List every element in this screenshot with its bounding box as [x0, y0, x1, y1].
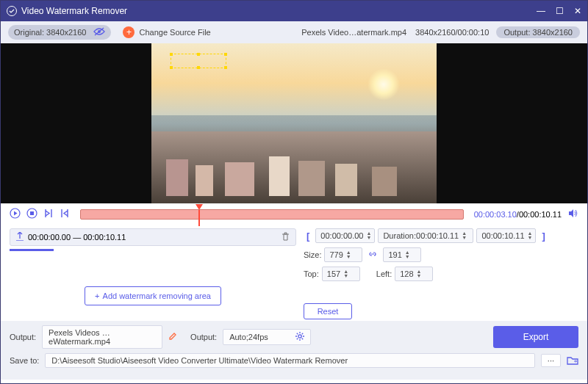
video-preview[interactable]: [1, 43, 587, 203]
mark-out-button[interactable]: [60, 208, 70, 221]
edit-filename-icon[interactable]: [168, 332, 177, 342]
left-input[interactable]: 128▲▼: [395, 267, 433, 281]
top-label: Top:: [304, 269, 319, 278]
svg-rect-4: [30, 211, 34, 215]
bottom-panel: Output: Pexels Videos …eWatermark.mp4 Ou…: [1, 321, 587, 380]
watermark-selection-box[interactable]: [171, 54, 226, 68]
size-label: Size:: [304, 250, 321, 259]
app-window: Video Watermark Remover — ☐ ✕ Original: …: [0, 0, 588, 384]
play-button[interactable]: [10, 208, 21, 221]
duration-input[interactable]: Duration:00:00:10.11▲▼: [378, 228, 473, 243]
resize-handle-bm[interactable]: [197, 66, 200, 69]
svg-point-5: [298, 335, 301, 338]
maximize-button[interactable]: ☐: [556, 6, 564, 16]
width-input[interactable]: 779▲▼: [324, 247, 362, 262]
playback-controls: 00:00:03.10/00:00:10.11: [1, 203, 587, 225]
output-format-label: Output:: [190, 333, 217, 341]
add-watermark-area-button[interactable]: +Add watermark removing area: [85, 286, 221, 305]
change-source-button[interactable]: Change Source File: [139, 28, 210, 37]
plus-icon: +: [95, 291, 99, 300]
segment-range: 00:00:00.00 — 00:00:10.11: [28, 233, 126, 242]
properties-panel: [ 00:00:00.00▲▼ Duration:00:00:10.11▲▼ 0…: [304, 228, 578, 319]
stop-button[interactable]: [26, 208, 37, 221]
range-end-bracket-icon[interactable]: ]: [539, 231, 548, 242]
height-input[interactable]: 191▲▼: [383, 247, 421, 262]
output-filename-field[interactable]: Pexels Videos …eWatermark.mp4: [42, 325, 162, 349]
source-filename: Pexels Video…atermark.mp4: [301, 28, 406, 37]
browse-path-button[interactable]: ···: [541, 354, 561, 367]
output-format-field[interactable]: Auto;24fps: [223, 329, 311, 345]
delete-segment-icon[interactable]: [282, 232, 290, 242]
segment-item[interactable]: 00:00:00.00 — 00:00:10.11: [10, 228, 296, 246]
titlebar: Video Watermark Remover — ☐ ✕: [1, 1, 587, 21]
source-meta: 3840x2160/00:00:10: [415, 28, 489, 37]
reset-button[interactable]: Reset: [304, 303, 352, 319]
preview-toggle-icon[interactable]: [93, 26, 105, 38]
open-folder-icon[interactable]: [567, 355, 578, 366]
save-path-field[interactable]: D:\Aiseesoft Studio\Aiseesoft Video Conv…: [45, 353, 534, 368]
video-frame: [151, 43, 437, 203]
top-toolbar: Original: 3840x2160 + Change Source File…: [1, 21, 587, 43]
resize-handle-tm[interactable]: [197, 53, 200, 56]
add-source-icon[interactable]: +: [123, 26, 135, 38]
left-label: Left:: [376, 269, 392, 278]
volume-icon[interactable]: [567, 208, 578, 221]
resize-handle-bl[interactable]: [170, 66, 173, 69]
timeline-scrubber[interactable]: [80, 209, 464, 220]
original-resolution-pill: Original: 3840x2160: [8, 25, 111, 40]
close-button[interactable]: ✕: [574, 6, 581, 16]
output-file-label: Output:: [10, 333, 36, 341]
segment-progress: [10, 249, 54, 251]
mark-in-button[interactable]: [43, 208, 54, 221]
start-time-input[interactable]: 00:00:00.00▲▼: [315, 228, 375, 243]
app-title: Video Watermark Remover: [21, 6, 127, 16]
segment-marker-icon: [16, 232, 24, 242]
playback-time: 00:00:03.10/00:00:10.11: [474, 210, 562, 219]
export-button[interactable]: Export: [493, 326, 578, 348]
playhead-icon[interactable]: [196, 204, 203, 210]
resize-handle-tr[interactable]: [224, 53, 227, 56]
segments-panel: 00:00:00.00 — 00:00:10.11 +Add watermark…: [10, 228, 296, 319]
app-logo-icon: [7, 6, 17, 16]
spinner-down-icon[interactable]: ▼: [366, 236, 371, 240]
settings-gear-icon[interactable]: [295, 332, 304, 342]
link-dimensions-icon[interactable]: [368, 250, 377, 259]
resize-handle-br[interactable]: [224, 66, 227, 69]
output-resolution-pill: Output: 3840x2160: [496, 26, 580, 38]
top-input[interactable]: 157▲▼: [322, 267, 360, 281]
minimize-button[interactable]: —: [537, 6, 545, 16]
resize-handle-tl[interactable]: [170, 53, 173, 56]
end-time-input[interactable]: 00:00:10.11▲▼: [476, 228, 536, 243]
range-start-bracket-icon[interactable]: [: [304, 231, 312, 242]
save-to-label: Save to:: [10, 356, 39, 365]
